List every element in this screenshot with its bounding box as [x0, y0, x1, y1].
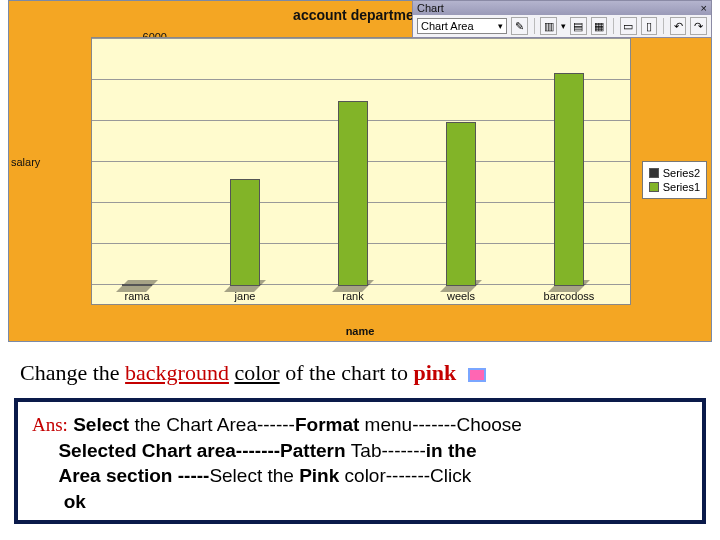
close-icon[interactable]: ×: [701, 2, 707, 14]
answer-text: Tab-------: [351, 440, 426, 461]
chevron-down-icon: ▾: [498, 21, 503, 31]
angle-cw-icon: ↷: [694, 20, 703, 33]
x-tick: rama: [92, 290, 182, 302]
data-table-icon: ▦: [594, 20, 604, 33]
bar-chart-icon: ▥: [544, 20, 554, 33]
bar-series1[interactable]: [554, 73, 584, 286]
by-column-button[interactable]: ▯: [641, 17, 658, 35]
legend-item[interactable]: Series2: [649, 166, 700, 180]
by-row-icon: ▭: [623, 20, 633, 33]
legend[interactable]: Series2 Series1: [642, 161, 707, 199]
answer-text: the: [262, 465, 299, 486]
toolbar-body: Chart Area ▾ ✎ ▥ ▾ ▤ ▦ ▭ ▯ ↶ ↷: [413, 15, 711, 37]
separator-icon: [663, 18, 664, 34]
legend-icon: ▤: [573, 20, 583, 33]
legend-item[interactable]: Series1: [649, 180, 700, 194]
question-background-word: background: [125, 360, 229, 385]
chart-toolbar[interactable]: Chart × Chart Area ▾ ✎ ▥ ▾ ▤ ▦ ▭ ▯ ↶: [412, 0, 712, 38]
answer-text: Pink: [299, 465, 339, 486]
by-column-icon: ▯: [646, 20, 652, 33]
grid-line: [92, 79, 630, 80]
separator-icon: [613, 18, 614, 34]
answer-text: the Chart Area------: [129, 414, 295, 435]
dropdown-value: Chart Area: [421, 20, 474, 32]
paintbrush-icon: ✎: [515, 20, 524, 33]
answer-text: Format: [295, 414, 359, 435]
chart-area[interactable]: account department salary 6000 5000 4000…: [8, 0, 712, 342]
x-tick: jane: [200, 290, 290, 302]
answer-box: Ans: Select the Chart Area------Format m…: [14, 398, 706, 524]
separator-icon: [534, 18, 535, 34]
angle-cw-button[interactable]: ↷: [690, 17, 707, 35]
bar-series1[interactable]: [338, 101, 368, 286]
question-pink-word: pink: [413, 360, 456, 385]
answer-text: color-------Click: [339, 465, 471, 486]
answer-text: Selected Chart area-------Pattern: [58, 440, 350, 461]
legend-toggle-button[interactable]: ▤: [570, 17, 587, 35]
legend-swatch-icon: [649, 182, 659, 192]
answer-text: Select: [73, 414, 129, 435]
question-text: Change the background color of the chart…: [20, 360, 486, 386]
answer-text: menu-------Choose: [359, 414, 522, 435]
answer-label: Ans:: [32, 414, 68, 435]
bar-series1[interactable]: [122, 284, 152, 286]
grid-line: [92, 38, 630, 39]
format-selection-button[interactable]: ✎: [511, 17, 528, 35]
question-prefix: Change the: [20, 360, 125, 385]
data-table-button[interactable]: ▦: [591, 17, 608, 35]
answer-text: Select: [209, 465, 262, 486]
chart-type-button[interactable]: ▥: [540, 17, 557, 35]
question-color-word: color: [234, 360, 279, 385]
x-tick: barcodoss: [524, 290, 614, 302]
angle-ccw-button[interactable]: ↶: [670, 17, 687, 35]
x-tick: weels: [416, 290, 506, 302]
x-axis-label: name: [9, 325, 711, 337]
x-tick: rank: [308, 290, 398, 302]
question-suffix: of the chart to: [280, 360, 414, 385]
toolbar-titlebar[interactable]: Chart ×: [413, 1, 711, 15]
bar-series1[interactable]: [230, 179, 260, 286]
answer-text: Area section -----: [58, 465, 209, 486]
answer-text: in the: [426, 440, 477, 461]
legend-label: Series1: [663, 181, 700, 193]
plot-area[interactable]: rama jane rank weels barcodoss: [91, 37, 631, 305]
toolbar-title-text: Chart: [417, 2, 444, 14]
by-row-button[interactable]: ▭: [620, 17, 637, 35]
chevron-down-icon[interactable]: ▾: [561, 21, 566, 31]
answer-text: ok: [58, 491, 85, 512]
pink-swatch-icon: [468, 368, 486, 382]
bar-series1[interactable]: [446, 122, 476, 286]
chart-object-dropdown[interactable]: Chart Area ▾: [417, 18, 507, 34]
legend-label: Series2: [663, 167, 700, 179]
y-axis-label: salary: [11, 156, 40, 168]
angle-ccw-icon: ↶: [674, 20, 683, 33]
legend-swatch-icon: [649, 168, 659, 178]
